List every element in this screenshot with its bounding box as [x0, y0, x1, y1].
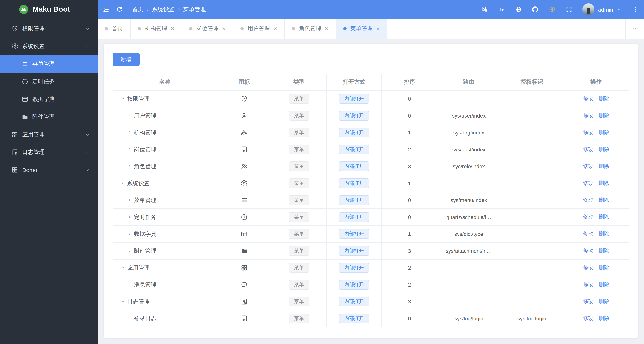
- cell-permission: [500, 175, 563, 192]
- tab-user[interactable]: 用户管理×: [233, 19, 285, 39]
- modify-link[interactable]: 修改: [583, 129, 593, 135]
- sidebar-item-label: 附件管理: [32, 113, 90, 121]
- expand-toggle[interactable]: [127, 163, 132, 168]
- cell-icon: [217, 107, 272, 124]
- expand-toggle[interactable]: [127, 248, 132, 253]
- cell-actions: 修改删除: [563, 259, 629, 276]
- expand-toggle[interactable]: [120, 265, 125, 270]
- expand-toggle[interactable]: [127, 197, 132, 202]
- tab-role[interactable]: 角色管理×: [285, 19, 336, 39]
- sidebar-item-attachment[interactable]: 附件管理: [0, 108, 98, 126]
- modify-link[interactable]: 修改: [583, 298, 593, 304]
- breadcrumb-item[interactable]: 菜单管理: [183, 6, 206, 13]
- delete-link[interactable]: 删除: [598, 214, 609, 220]
- tab-post[interactable]: 岗位管理×: [182, 19, 233, 39]
- delete-link[interactable]: 删除: [598, 315, 609, 321]
- sidebar-item-menu[interactable]: 菜单管理: [0, 55, 98, 73]
- expand-toggle[interactable]: [127, 130, 132, 135]
- id-badge-icon: [240, 315, 248, 322]
- user-menu[interactable]: admin: [582, 4, 621, 16]
- app-title: Maku Boot: [33, 5, 70, 14]
- cell-permission: [500, 242, 563, 259]
- delete-link[interactable]: 删除: [598, 264, 609, 270]
- menu-name: 应用管理: [127, 264, 150, 271]
- delete-link[interactable]: 删除: [598, 231, 609, 237]
- breadcrumb-item[interactable]: 系统设置: [152, 6, 174, 13]
- topbar-actions: [481, 6, 572, 13]
- topbar-font-size-button[interactable]: [498, 6, 505, 13]
- cell-name: 日志管理: [113, 293, 217, 310]
- close-icon[interactable]: ×: [171, 26, 174, 32]
- expand-toggle[interactable]: [127, 231, 132, 236]
- sidebar-item-log[interactable]: 日志管理: [0, 143, 98, 161]
- expand-toggle[interactable]: [120, 299, 125, 304]
- expand-toggle[interactable]: [120, 96, 125, 101]
- add-button[interactable]: 新增: [112, 53, 140, 66]
- cell-open-mode: 内部打开: [326, 226, 382, 242]
- menu-name: 机构管理: [134, 129, 156, 135]
- modify-link[interactable]: 修改: [583, 112, 593, 118]
- delete-link[interactable]: 删除: [598, 180, 609, 186]
- topbar-locale-button[interactable]: [515, 6, 522, 13]
- delete-link[interactable]: 删除: [598, 298, 609, 304]
- delete-link[interactable]: 删除: [598, 112, 609, 118]
- modify-link[interactable]: 修改: [583, 315, 593, 321]
- modify-link[interactable]: 修改: [583, 281, 593, 287]
- cell-icon: [217, 124, 272, 141]
- expand-toggle[interactable]: [127, 282, 132, 287]
- topbar-github-button[interactable]: [532, 6, 538, 13]
- cell-permission: sys:log:login: [500, 310, 563, 327]
- modify-link[interactable]: 修改: [583, 214, 593, 220]
- more-options-button[interactable]: [632, 6, 639, 13]
- collapse-sidebar-button[interactable]: [102, 6, 110, 13]
- modify-link[interactable]: 修改: [583, 197, 593, 203]
- topbar-translate-button[interactable]: [481, 6, 488, 13]
- delete-link[interactable]: 删除: [598, 129, 609, 135]
- menu-name: 消息管理: [134, 281, 156, 287]
- type-tag: 菜单: [289, 178, 309, 188]
- sidebar-item-perm[interactable]: 权限管理: [0, 20, 98, 38]
- delete-link[interactable]: 删除: [598, 95, 609, 101]
- tab-dropdown-button[interactable]: [625, 19, 644, 39]
- close-icon[interactable]: ×: [325, 26, 328, 32]
- cell-name: 机构管理: [113, 124, 217, 141]
- close-icon[interactable]: ×: [376, 26, 380, 32]
- expand-toggle[interactable]: [127, 147, 132, 151]
- tab-home[interactable]: 首页: [98, 19, 130, 39]
- sidebar: Maku Boot 权限管理系统设置菜单管理定时任务数据字典附件管理应用管理日志…: [0, 0, 98, 344]
- sidebar-item-dict[interactable]: 数据字典: [0, 91, 98, 108]
- open-mode-tag: 内部打开: [339, 297, 369, 306]
- log-doc-icon: [240, 298, 248, 305]
- close-icon[interactable]: ×: [274, 26, 277, 32]
- sidebar-item-demo[interactable]: Demo: [0, 161, 98, 179]
- delete-link[interactable]: 删除: [598, 281, 609, 287]
- modify-link[interactable]: 修改: [583, 95, 593, 101]
- cell-open-mode: 内部打开: [326, 141, 382, 158]
- modify-link[interactable]: 修改: [583, 231, 593, 237]
- expand-toggle[interactable]: [120, 181, 125, 185]
- modify-link[interactable]: 修改: [583, 163, 593, 169]
- delete-link[interactable]: 删除: [598, 247, 609, 253]
- modify-link[interactable]: 修改: [583, 146, 593, 152]
- modify-link[interactable]: 修改: [583, 264, 593, 270]
- breadcrumb-item[interactable]: 首页: [132, 6, 143, 13]
- cell-open-mode: 内部打开: [326, 107, 382, 124]
- refresh-button[interactable]: [116, 6, 123, 13]
- cell-name: 登录日志: [113, 310, 217, 327]
- modify-link[interactable]: 修改: [583, 247, 593, 253]
- expand-toggle[interactable]: [127, 113, 132, 118]
- topbar-gitee-button[interactable]: [549, 6, 556, 13]
- sidebar-item-app[interactable]: 应用管理: [0, 126, 98, 143]
- sidebar-item-system[interactable]: 系统设置: [0, 38, 98, 55]
- expand-toggle[interactable]: [127, 214, 132, 219]
- close-icon[interactable]: ×: [222, 26, 226, 32]
- delete-link[interactable]: 删除: [598, 163, 609, 169]
- delete-link[interactable]: 删除: [598, 146, 609, 152]
- topbar-fullscreen-button[interactable]: [566, 6, 572, 13]
- cell-sort: 0: [382, 107, 437, 124]
- tab-org[interactable]: 机构管理×: [130, 19, 182, 39]
- tab-menu[interactable]: 菜单管理×: [336, 19, 388, 39]
- modify-link[interactable]: 修改: [583, 180, 593, 186]
- delete-link[interactable]: 删除: [598, 197, 609, 203]
- sidebar-item-schedule[interactable]: 定时任务: [0, 73, 98, 91]
